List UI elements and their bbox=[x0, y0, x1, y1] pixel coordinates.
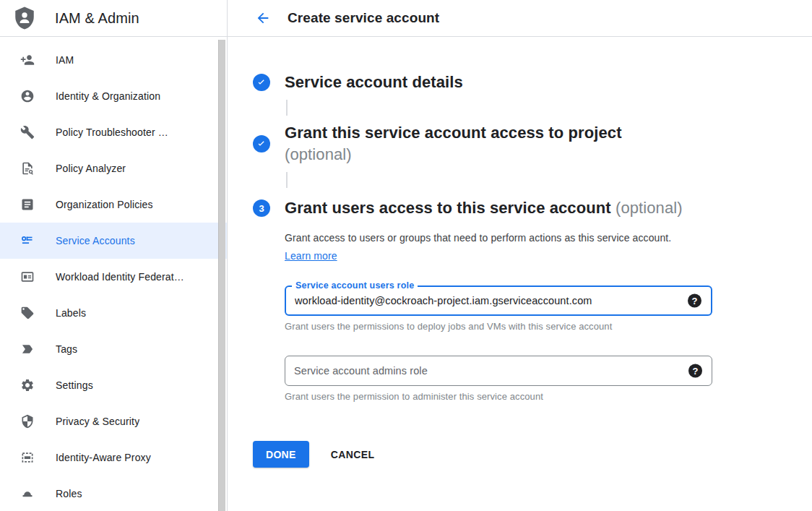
sidebar-item-iam[interactable]: IAM bbox=[0, 42, 227, 78]
step-2-title: Grant this service account access to pro… bbox=[285, 122, 622, 166]
step-3-title-text: Grant users access to this service accou… bbox=[285, 199, 611, 217]
sidebar-item-privacy-security[interactable]: Privacy & Security bbox=[0, 403, 227, 439]
label-tag-icon bbox=[20, 306, 35, 320]
cancel-button[interactable]: CANCEL bbox=[331, 449, 375, 460]
page-title: Create service account bbox=[288, 10, 439, 26]
step-1-title: Service account details bbox=[285, 72, 463, 93]
wizard-actions: DONE CANCEL bbox=[253, 441, 733, 468]
admins-role-helper-text: Grant users the permission to administer… bbox=[285, 391, 712, 402]
step-3-body: Grant access to users or groups that nee… bbox=[285, 229, 712, 402]
person-add-icon bbox=[20, 53, 35, 67]
step-3-optional-label: (optional) bbox=[616, 199, 683, 217]
main-panel: Create service account Service account d… bbox=[228, 0, 812, 511]
admins-role-input-box: ? bbox=[285, 356, 712, 386]
service-account-key-icon bbox=[20, 233, 35, 248]
gear-icon bbox=[20, 378, 35, 392]
arrow-back-icon[interactable] bbox=[254, 9, 272, 27]
wizard-content: Service account details Grant this servi… bbox=[228, 37, 733, 468]
sidebar-nav: IAM Identity & Organization Policy Troub… bbox=[0, 37, 227, 511]
page-header: Create service account bbox=[228, 0, 812, 37]
sidebar-item-label: Service Accounts bbox=[56, 235, 135, 246]
sidebar-item-label: Workload Identity Federat… bbox=[56, 271, 184, 283]
iam-admin-sidebar: IAM & Admin IAM Identity & Organization bbox=[0, 0, 228, 511]
step-connector bbox=[286, 100, 288, 116]
proxy-icon bbox=[20, 450, 35, 465]
article-icon bbox=[20, 197, 35, 212]
sidebar-item-label: Privacy & Security bbox=[56, 416, 139, 427]
sidebar-product-title: IAM & Admin bbox=[55, 10, 139, 27]
step-3-title: Grant users access to this service accou… bbox=[285, 197, 683, 219]
users-role-input-box: Service account users role ? bbox=[285, 285, 712, 316]
sidebar-item-workload-identity-federation[interactable]: Workload Identity Federat… bbox=[0, 259, 227, 295]
sidebar-scrollbar-thumb[interactable] bbox=[218, 40, 225, 511]
roles-hat-icon bbox=[20, 486, 35, 501]
sidebar-item-label: Organization Policies bbox=[56, 199, 153, 210]
sidebar-item-label: Settings bbox=[56, 379, 93, 391]
gcp-console-window: IAM & Admin IAM Identity & Organization bbox=[0, 0, 812, 511]
step-2-grant-access-to-project: Grant this service account access to pro… bbox=[253, 122, 733, 166]
sidebar-item-policy-troubleshooter[interactable]: Policy Troubleshooter … bbox=[0, 114, 227, 150]
step-3-description-text: Grant access to users or groups that nee… bbox=[285, 232, 671, 244]
policy-analyzer-icon bbox=[20, 161, 35, 176]
help-icon[interactable]: ? bbox=[688, 294, 701, 308]
badge-card-icon bbox=[20, 270, 35, 284]
sidebar-item-service-accounts[interactable]: Service Accounts bbox=[0, 223, 227, 259]
users-role-helper-text: Grant users the permissions to deploy jo… bbox=[285, 321, 712, 332]
sidebar-item-identity-organization[interactable]: Identity & Organization bbox=[0, 78, 227, 114]
sidebar-item-label: Labels bbox=[56, 307, 86, 319]
service-account-admins-role-field: ? Grant users the permission to administ… bbox=[285, 356, 712, 402]
help-icon[interactable]: ? bbox=[688, 364, 702, 378]
step-3-number-badge: 3 bbox=[253, 199, 270, 217]
done-button[interactable]: DONE bbox=[253, 441, 309, 468]
sidebar-item-label: Identity & Organization bbox=[56, 90, 160, 102]
sidebar-header: IAM & Admin bbox=[0, 0, 227, 37]
step-2-title-text: Grant this service account access to pro… bbox=[285, 124, 622, 142]
sidebar-item-tags[interactable]: Tags bbox=[0, 331, 227, 367]
tag-arrow-icon bbox=[20, 342, 35, 356]
step-3-number: 3 bbox=[259, 203, 264, 214]
users-role-input[interactable] bbox=[286, 287, 711, 314]
sidebar-item-settings[interactable]: Settings bbox=[0, 367, 227, 403]
wrench-icon bbox=[20, 125, 35, 139]
iam-shield-person-icon bbox=[12, 6, 37, 30]
learn-more-link[interactable]: Learn more bbox=[285, 250, 337, 262]
step-2-optional-label: (optional) bbox=[285, 144, 622, 166]
step-2-check-icon bbox=[253, 135, 270, 153]
account-circle-icon bbox=[20, 89, 35, 103]
step-3-description: Grant access to users or groups that nee… bbox=[285, 229, 693, 265]
users-role-floating-label: Service account users role bbox=[292, 280, 418, 291]
sidebar-item-organization-policies[interactable]: Organization Policies bbox=[0, 186, 227, 223]
shield-icon bbox=[20, 414, 35, 429]
sidebar-item-label: Tags bbox=[56, 343, 77, 355]
sidebar-item-policy-analyzer[interactable]: Policy Analyzer bbox=[0, 150, 227, 186]
sidebar-item-label: IAM bbox=[56, 54, 74, 66]
sidebar-item-label: Identity-Aware Proxy bbox=[56, 452, 151, 463]
step-1-service-account-details: Service account details bbox=[253, 72, 733, 93]
step-1-check-icon bbox=[253, 74, 270, 91]
service-account-users-role-field: Service account users role ? Grant users… bbox=[285, 285, 712, 332]
sidebar-item-labels[interactable]: Labels bbox=[0, 295, 227, 331]
sidebar-item-label: Roles bbox=[56, 488, 82, 499]
step-3-grant-users-access: 3 Grant users access to this service acc… bbox=[253, 197, 733, 219]
step-connector bbox=[286, 172, 288, 188]
sidebar-item-roles[interactable]: Roles bbox=[0, 476, 227, 511]
sidebar-item-label: Policy Analyzer bbox=[56, 163, 126, 174]
admins-role-input[interactable] bbox=[285, 356, 712, 385]
sidebar-item-label: Policy Troubleshooter … bbox=[56, 126, 168, 138]
sidebar-item-identity-aware-proxy[interactable]: Identity-Aware Proxy bbox=[0, 439, 227, 476]
